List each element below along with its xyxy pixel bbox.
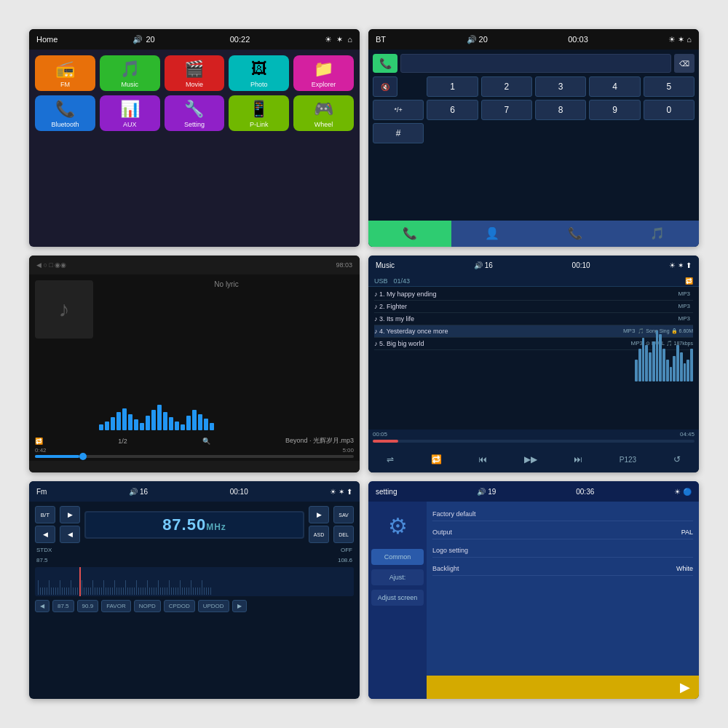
fm-preset-prev[interactable]: ◀ [35, 600, 50, 612]
mp-playlist-btn[interactable]: 🎶 [319, 472, 333, 473]
fm-arrow-left-up[interactable]: ◀ [35, 526, 55, 543]
fm-preset-next[interactable]: ▶ [232, 600, 247, 612]
mp-fraction: 1/2 [118, 438, 127, 445]
fm-preset-6[interactable]: UPDOD [198, 600, 229, 612]
photo-icon: 🖼 [251, 60, 267, 79]
fm-preset-4[interactable]: NOPD [134, 600, 161, 612]
home-title: Home [36, 35, 58, 44]
screen-music-list: Music 🔊 16 00:10 ☀ ✶ ⬆ USB 01/43 🔁 ♪ 1. … [368, 256, 699, 473]
app-bluetooth[interactable]: 📞 Bluetooth [35, 95, 95, 131]
bluetooth-app-icon: 📞 [55, 100, 75, 119]
fm-preset-2[interactable]: 90.9 [77, 600, 99, 612]
sidebar-adjust-label: Ajust: [389, 574, 406, 581]
bt-delete-btn[interactable]: ⌫ [674, 54, 695, 73]
numpad-0[interactable]: 0 [644, 100, 695, 120]
numpad-5[interactable]: 5 [644, 76, 695, 97]
setting-output-value: PAL [681, 529, 693, 536]
numpad-9[interactable]: 9 [589, 100, 640, 120]
fm-preset-5[interactable]: CPDOD [164, 600, 195, 612]
main-grid: Home 🔊 20 00:22 ☀ ✶ ⌂ 📻 FM 🎵 Music 🎬 [0, 0, 728, 728]
app-explorer[interactable]: 📁 Explorer [293, 55, 354, 91]
fm-save-btn[interactable]: SAV [333, 506, 354, 523]
mp-folder-btn[interactable]: 📁 [55, 472, 70, 473]
song-2-format: MP3 [678, 303, 690, 309]
fm-del-btn[interactable]: DEL [333, 526, 354, 543]
setting-output-label: Output [432, 529, 452, 536]
app-movie[interactable]: 🎬 Movie [165, 55, 225, 91]
ml-progress[interactable] [373, 440, 695, 443]
numpad-4[interactable]: 4 [589, 76, 640, 97]
mp-time: 98:03 [336, 261, 352, 269]
numpad-3[interactable]: 3 [535, 76, 586, 97]
settings-play-icon[interactable]: ▶ [680, 679, 690, 695]
settings-volume: 🔊 19 [477, 488, 496, 496]
setting-output[interactable]: Output PAL [432, 526, 693, 539]
fm-preset-1[interactable]: 87.5 [52, 600, 74, 612]
ml-next-btn[interactable]: ⏭ [574, 454, 582, 464]
ml-time: 00:10 [572, 261, 590, 269]
fm-arrow-right-1[interactable]: ▶ [60, 506, 80, 523]
fm-scan-btn[interactable]: ASD [309, 526, 329, 543]
ml-icons: ☀ ✶ ⬆ [669, 261, 692, 269]
setting-backlight[interactable]: Backlight White [432, 562, 693, 576]
numpad-8[interactable]: 8 [535, 100, 586, 120]
ml-prev-btn[interactable]: ⏮ [478, 454, 487, 464]
screen-bt: BT 🔊 20 00:03 ☀ ✶ ⌂ 📞 ⌫ 🔇 1 2 3 4 5 */+ … [368, 29, 699, 247]
bt-input-field[interactable] [400, 54, 671, 73]
mp-progress-track[interactable] [35, 455, 354, 458]
ml-repeat-icon: 🔁 [685, 277, 693, 285]
fm-preset-3[interactable]: FAVOR [101, 600, 131, 612]
fm-volume: 🔊 16 [129, 488, 148, 496]
fm-tuner-bar[interactable] [35, 567, 354, 596]
mp-search-icon: 🔍 [202, 438, 210, 445]
fm-band-btn[interactable]: B/T [35, 506, 55, 523]
settings-time: 00:36 [576, 488, 594, 496]
sidebar-adjust-screen[interactable]: Adjust screen [371, 590, 424, 606]
brightness-icon: ☀ [325, 35, 332, 44]
bt-mute-btn[interactable]: 🔇 [373, 76, 397, 97]
app-photo[interactable]: 🖼 Photo [229, 55, 289, 91]
fm-arrow-right-2[interactable]: ▶ [309, 506, 329, 523]
fm-freq-max: 108.6 [338, 557, 352, 563]
numpad-6[interactable]: 6 [427, 100, 478, 120]
sidebar-common[interactable]: Common [371, 549, 424, 565]
mp-progress-fill [35, 455, 79, 458]
song-3-title: ♪ 3. Its my life [374, 315, 676, 323]
numpad-star[interactable]: */+ [373, 100, 424, 120]
ml-shuffle-btn[interactable]: ⇌ [387, 454, 394, 464]
plink-icon: 📱 [249, 100, 269, 119]
bt-volume: 🔊 20 [467, 35, 488, 44]
song-item-2[interactable]: ♪ 2. Fighter MP3 [374, 301, 693, 313]
ml-p123-btn[interactable]: P123 [620, 456, 636, 464]
bt-call-tab[interactable]: 📞 [368, 221, 451, 247]
ml-play-btn[interactable]: ▶▶ [524, 454, 537, 464]
numpad-hash[interactable]: # [373, 123, 424, 143]
setting-factory-default[interactable]: Factory default [432, 507, 693, 521]
numpad-2[interactable]: 2 [481, 76, 532, 97]
song-item-1[interactable]: ♪ 1. My happy ending MP3 [374, 288, 693, 301]
ml-title: Music [376, 261, 395, 269]
setting-logo[interactable]: Logo setting [432, 544, 693, 558]
bt-music-tab[interactable]: 🎵 [617, 221, 700, 247]
bt-redial-tab[interactable]: 📞 [534, 221, 617, 247]
song-5-title: ♪ 5. Big big world [374, 340, 628, 347]
ml-repeat-btn[interactable]: 🔁 [431, 454, 442, 464]
bt-answer-btn[interactable]: 📞 [373, 54, 397, 73]
numpad-7[interactable]: 7 [481, 100, 532, 120]
app-setting[interactable]: 🔧 Setting [165, 95, 225, 131]
app-fm[interactable]: 📻 FM [35, 55, 95, 91]
movie-icon: 🎬 [184, 60, 204, 79]
bt-contact-tab[interactable]: 👤 [451, 221, 534, 247]
fm-arrow-left-2[interactable]: ◀ [60, 526, 80, 543]
sidebar-adjust[interactable]: Ajust: [371, 569, 424, 585]
app-plink[interactable]: 📱 P-Link [229, 95, 289, 131]
app-music[interactable]: 🎵 Music [100, 55, 160, 91]
app-aux[interactable]: 📊 AUX [100, 95, 160, 131]
mp-progress-thumb [79, 453, 87, 460]
numpad-1[interactable]: 1 [427, 76, 478, 97]
bt-numpad: 🔇 1 2 3 4 5 */+ 6 7 8 9 0 # [373, 76, 695, 143]
ml-pb-time: 00:05 04:45 [373, 431, 695, 438]
movie-label: Movie [186, 81, 203, 88]
ml-reload-btn[interactable]: ↺ [673, 454, 681, 464]
app-wheel[interactable]: 🎮 Wheel [293, 95, 354, 131]
